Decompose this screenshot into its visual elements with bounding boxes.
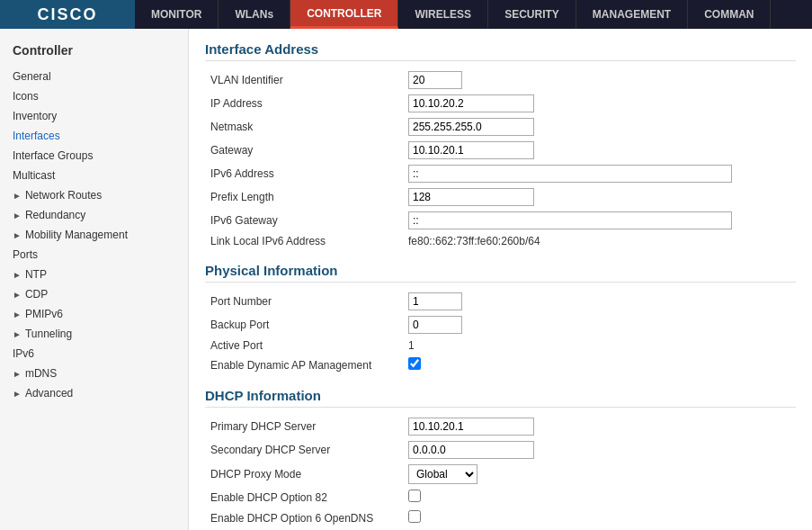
sidebar-item-interfaces[interactable]: Interfaces [0, 126, 188, 146]
sidebar-tunneling-label: Tunneling [25, 328, 72, 340]
sidebar-pmipv6-label: PMIPv6 [25, 308, 63, 320]
sidebar-item-icons[interactable]: Icons [0, 86, 188, 106]
table-row: Link Local IPv6 Address fe80::662:73ff:f… [205, 232, 796, 250]
nav-command[interactable]: COMMAN [688, 0, 771, 29]
top-navigation: CISCO MONITOR WLANs CONTROLLER WIRELESS … [0, 0, 812, 29]
dhcp-information-table: Primary DHCP Server Secondary DHCP Serve… [205, 415, 796, 528]
arrow-icon: ► [13, 191, 22, 201]
sidebar-item-ports[interactable]: Ports [0, 245, 188, 265]
sidebar-item-pmipv6[interactable]: ► PMIPv6 [0, 304, 188, 324]
arrow-icon: ► [13, 329, 22, 339]
arrow-icon: ► [13, 290, 22, 300]
link-local-ipv6-value: fe80::662:73ff:fe60:260b/64 [408, 235, 540, 247]
sidebar-item-interface-groups[interactable]: Interface Groups [0, 146, 188, 166]
table-row: Enable DHCP Option 6 OpenDNS [205, 508, 796, 528]
cisco-logo-text: CISCO [37, 5, 97, 24]
secondary-dhcp-server-input[interactable] [408, 441, 534, 459]
sidebar-item-cdp[interactable]: ► CDP [0, 284, 188, 304]
field-label: Backup Port [205, 313, 403, 337]
arrow-icon: ► [13, 310, 22, 319]
port-number-input[interactable] [408, 292, 462, 310]
ipv6-address-input[interactable] [408, 165, 732, 183]
nav-management[interactable]: MANAGEMENT [576, 0, 688, 29]
sidebar-advanced-label: Advanced [25, 387, 73, 400]
field-label: IPv6 Gateway [205, 209, 403, 232]
gateway-input[interactable] [408, 141, 534, 159]
table-row: Backup Port [205, 313, 796, 337]
nav-wlans[interactable]: WLANs [219, 0, 290, 29]
sidebar-ports-label: Ports [13, 248, 38, 261]
sidebar-item-multicast[interactable]: Multicast [0, 166, 188, 185]
content-area: Interface Address VLAN Identifier IP Add… [189, 29, 812, 530]
sidebar-cdp-label: CDP [25, 288, 48, 301]
table-row: Active Port 1 [205, 337, 796, 355]
ipv6-gateway-input[interactable] [408, 211, 732, 229]
sidebar-item-ipv6[interactable]: IPv6 [0, 344, 188, 364]
sidebar-mobility-management-label: Mobility Management [25, 229, 128, 241]
table-row: VLAN Identifier [205, 68, 796, 92]
sidebar: Controller General Icons Inventory Inter… [0, 29, 189, 530]
field-label: Enable DHCP Option 82 [205, 487, 403, 508]
sidebar-ipv6-label: IPv6 [13, 347, 34, 360]
enable-dynamic-ap-checkbox[interactable] [408, 357, 421, 370]
ip-address-input[interactable] [408, 94, 534, 112]
field-label: IPv6 Address [205, 162, 403, 185]
enable-dhcp-option82-checkbox[interactable] [408, 490, 421, 502]
table-row: Enable DHCP Option 82 [205, 487, 796, 508]
nav-controller[interactable]: CONTROLLER [290, 0, 398, 29]
dhcp-proxy-mode-select[interactable]: Global Enabled Disabled [408, 464, 477, 484]
field-label: Netmask [205, 115, 403, 139]
arrow-icon: ► [13, 230, 22, 240]
field-label: Port Number [205, 290, 403, 313]
field-label: Link Local IPv6 Address [205, 232, 403, 250]
sidebar-network-routes-label: Network Routes [25, 189, 102, 202]
sidebar-item-network-routes[interactable]: ► Network Routes [0, 185, 188, 205]
sidebar-item-inventory[interactable]: Inventory [0, 106, 188, 126]
table-row: DHCP Proxy Mode Global Enabled Disabled [205, 462, 796, 487]
interface-address-title: Interface Address [205, 41, 796, 61]
table-row: Netmask [205, 115, 796, 139]
table-row: Port Number [205, 290, 796, 313]
field-label: Enable DHCP Option 6 OpenDNS [205, 508, 403, 528]
field-label: Primary DHCP Server [205, 415, 403, 438]
sidebar-item-tunneling[interactable]: ► Tunneling [0, 324, 188, 344]
arrow-icon: ► [13, 270, 22, 280]
field-label: DHCP Proxy Mode [205, 462, 403, 487]
sidebar-mdns-label: mDNS [25, 367, 57, 380]
field-label: VLAN Identifier [205, 68, 403, 92]
sidebar-multicast-label: Multicast [13, 169, 55, 182]
sidebar-item-mobility-management[interactable]: ► Mobility Management [0, 225, 188, 245]
cisco-logo: CISCO [0, 0, 135, 29]
sidebar-icons-label: Icons [13, 90, 39, 103]
primary-dhcp-server-input[interactable] [408, 418, 534, 436]
nav-wireless[interactable]: WIRELESS [398, 0, 488, 29]
nav-security[interactable]: SECURITY [488, 0, 576, 29]
sidebar-item-advanced[interactable]: ► Advanced [0, 383, 188, 403]
field-label: Enable Dynamic AP Management [205, 355, 403, 375]
sidebar-inventory-label: Inventory [13, 110, 57, 122]
table-row: IPv6 Address [205, 162, 796, 185]
physical-information-table: Port Number Backup Port Active Port 1 En… [205, 290, 796, 375]
field-label: Prefix Length [205, 185, 403, 209]
field-label: Active Port [205, 337, 403, 355]
physical-information-title: Physical Information [205, 263, 796, 283]
backup-port-input[interactable] [408, 316, 462, 334]
netmask-input[interactable] [408, 118, 534, 136]
sidebar-interface-groups-label: Interface Groups [13, 149, 93, 162]
sidebar-general-label: General [13, 70, 51, 83]
sidebar-item-general[interactable]: General [0, 67, 188, 86]
interface-address-table: VLAN Identifier IP Address Netmask Gatew… [205, 68, 796, 250]
table-row: Primary DHCP Server [205, 415, 796, 438]
field-label: Secondary DHCP Server [205, 438, 403, 462]
table-row: Prefix Length [205, 185, 796, 209]
field-label: Gateway [205, 139, 403, 162]
prefix-length-input[interactable] [408, 188, 534, 206]
table-row: IPv6 Gateway [205, 209, 796, 232]
sidebar-item-mdns[interactable]: ► mDNS [0, 364, 188, 383]
sidebar-item-redundancy[interactable]: ► Redundancy [0, 205, 188, 225]
vlan-identifier-input[interactable] [408, 71, 462, 89]
nav-monitor[interactable]: MONITOR [135, 0, 219, 29]
enable-dhcp-option6-checkbox[interactable] [408, 510, 421, 523]
sidebar-item-ntp[interactable]: ► NTP [0, 265, 188, 284]
sidebar-interfaces-label: Interfaces [13, 130, 60, 142]
